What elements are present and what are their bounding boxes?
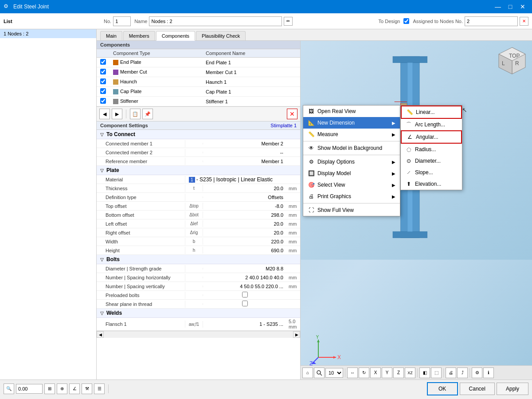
submenu-radius-label: Radius... [415, 146, 436, 153]
expand-icon: ▽ [100, 132, 104, 137]
edit-name-button[interactable]: ✏ [284, 17, 293, 26]
tab-members[interactable]: Members [123, 31, 155, 40]
settings-row: Connected member 2 -- [97, 148, 300, 157]
ok-button[interactable]: OK [427, 382, 458, 395]
submenu-linear[interactable]: 📏 Linear... [401, 106, 462, 119]
row-label: Reference member [97, 158, 185, 165]
row-checkbox[interactable] [97, 58, 110, 67]
vp-print-btn[interactable]: 🖨 [446, 368, 456, 378]
row-symbol [185, 277, 203, 278]
vp-model-btn[interactable]: ◧ [419, 368, 430, 378]
submenu-angular[interactable]: ∠ Angular... [401, 130, 462, 144]
vp-info-btn[interactable]: ℹ [483, 368, 494, 378]
cancel-button[interactable]: Cancel [460, 383, 495, 395]
vp-pan-btn[interactable]: ↔ [347, 368, 358, 378]
status-list-btn[interactable]: ☰ [94, 383, 105, 394]
assigned-input[interactable] [465, 16, 518, 26]
ctx-display-options[interactable]: ⚙ Display Options ▶ [303, 156, 400, 168]
vp-z-btn[interactable]: Z [393, 368, 404, 378]
list-item[interactable]: 1 Nodes : 2 [0, 29, 96, 38]
status-snap-btn[interactable]: ⊕ [57, 383, 67, 394]
row-checkbox[interactable] [242, 292, 248, 297]
delete-button[interactable]: ✕ [287, 109, 297, 119]
vp-wire-btn[interactable]: ⬚ [431, 368, 442, 378]
table-row[interactable]: Cap Plate Cap Plate 1 [97, 87, 300, 97]
move-up-button[interactable]: ◀ [99, 109, 110, 119]
horizontal-scroll[interactable]: ◀ ▶ [97, 331, 300, 338]
vp-xz-btn[interactable]: XZ [405, 368, 415, 378]
apply-button[interactable]: Apply [497, 383, 528, 395]
no-input[interactable] [113, 16, 131, 26]
tab-main[interactable]: Main [100, 31, 122, 40]
edit-assigned-button[interactable]: ✕ [520, 17, 528, 26]
table-row[interactable]: Member Cut Member Cut 1 [97, 67, 300, 77]
table-row[interactable]: End Plate End Plate 1 [97, 58, 300, 67]
maximize-button[interactable]: □ [505, 2, 516, 11]
status-tool-btn[interactable]: ⚒ [82, 383, 92, 394]
settings-group-header[interactable]: ▽Plate [97, 166, 300, 175]
row-checkbox[interactable] [97, 87, 110, 97]
viewport[interactable]: X Y Z [301, 41, 532, 379]
ctx-select-view[interactable]: 🎯 Select View ▶ [303, 179, 400, 191]
row-label: Bottom offset [97, 211, 185, 219]
submenu-arc-length[interactable]: ⌒ Arc Length... [401, 119, 462, 130]
axis-indicator: X Y Z [309, 335, 336, 362]
vp-zoom-btn[interactable] [314, 368, 325, 378]
ctx-show-model-bg[interactable]: 👁 Show Model in Background [303, 142, 400, 154]
table-row[interactable]: Stiffener Stiffener 1 [97, 97, 300, 106]
row-symbol [185, 294, 203, 296]
table-row[interactable]: Haunch Haunch 1 [97, 77, 300, 87]
settings-group-header[interactable]: ▽To Connect [97, 130, 300, 139]
scroll-left-btn[interactable]: ◀ [97, 331, 104, 338]
status-grid-btn[interactable]: ⊞ [44, 383, 55, 394]
ctx-sep3 [303, 203, 400, 203]
vp-x-btn[interactable]: X [370, 368, 381, 378]
settings-scroll[interactable]: ▽To Connect Connected member 1 Member 2 … [97, 130, 300, 379]
row-value: 690.0 [203, 247, 287, 254]
to-design-checkbox[interactable] [403, 18, 409, 24]
settings-group-header[interactable]: ▽Welds [97, 309, 300, 318]
row-checkbox[interactable] [97, 97, 110, 106]
tab-components[interactable]: Components [156, 31, 195, 41]
status-value-input[interactable] [16, 384, 43, 394]
ctx-print-graphics[interactable]: 🖨 Print Graphics ▶ [303, 191, 400, 202]
ctx-new-dimension[interactable]: 📐 New Dimension ▶ [303, 117, 400, 129]
move-down-button[interactable]: ▶ [112, 109, 122, 119]
vp-home-btn[interactable]: ⌂ [302, 368, 313, 378]
submenu-slope[interactable]: ⟋ Slope... [401, 167, 462, 178]
status-search-btn[interactable]: 🔍 [4, 383, 14, 394]
name-input[interactable] [149, 16, 282, 26]
minimize-button[interactable]: — [492, 2, 504, 11]
ctx-open-real-view[interactable]: 🖼 Open Real View [303, 106, 400, 117]
status-angle-btn[interactable]: ∠ [69, 383, 80, 394]
zoom-dropdown[interactable]: 10 25 50 100 [325, 368, 343, 378]
paste-button[interactable]: 📌 [142, 109, 153, 119]
row-checkbox[interactable] [97, 77, 110, 87]
vp-y-btn[interactable]: Y [382, 368, 392, 378]
row-checkbox[interactable] [97, 67, 110, 77]
vp-export-btn[interactable]: ⤴ [457, 368, 468, 378]
row-checkbox[interactable] [242, 301, 248, 306]
submenu-radius[interactable]: ◌ Radius... [401, 144, 462, 155]
tab-plausibility[interactable]: Plausibility Check [196, 31, 246, 40]
copy-button[interactable]: 📋 [130, 109, 141, 119]
scroll-right-btn[interactable]: ▶ [293, 331, 300, 338]
settings-group-header[interactable]: ▽Bolts [97, 255, 300, 264]
ctx-measure[interactable]: 📏 Measure ▶ [303, 129, 400, 140]
ctx-show-full-view[interactable]: ⛶ Show Full View [303, 204, 400, 216]
vp-settings-btn[interactable]: ⚙ [472, 368, 482, 378]
settings-row: Height h 690.0 mm [97, 246, 300, 255]
submenu-diameter[interactable]: ⊙ Diameter... [401, 155, 462, 167]
component-type: Stiffener [110, 97, 202, 106]
group-name: Bolts [106, 256, 120, 262]
submenu: 📏 Linear... ⌒ Arc Length... ∠ Angular...… [400, 105, 462, 190]
settings-row: Width b 220.0 mm [97, 237, 300, 246]
vp-rotate-btn[interactable]: ↻ [359, 368, 369, 378]
ctx-sep2 [303, 155, 400, 155]
submenu-elevation[interactable]: ⬆ Elevation... [401, 178, 462, 190]
ctx-display-model[interactable]: 🔲 Display Model ▶ [303, 168, 400, 179]
svg-text:Y: Y [316, 335, 319, 340]
expand-icon: ▽ [100, 257, 104, 262]
close-button[interactable]: ✕ [517, 2, 528, 11]
view-cube[interactable]: TOP R L [497, 45, 528, 76]
